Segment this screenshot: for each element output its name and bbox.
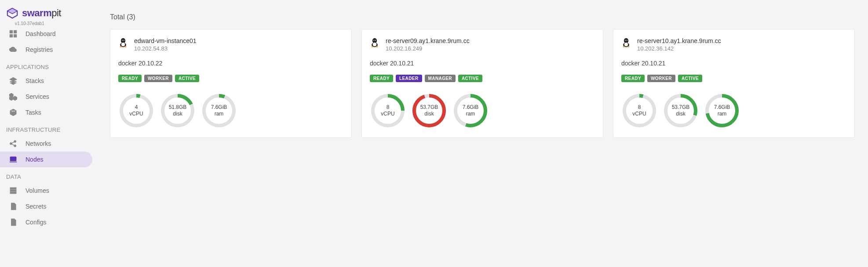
svg-rect-9 bbox=[10, 157, 16, 161]
sidebar-item-stacks[interactable]: Stacks bbox=[0, 73, 92, 89]
gauge-vCPU: 4vCPU bbox=[118, 93, 154, 129]
sidebar-item-volumes[interactable]: Volumes bbox=[0, 183, 92, 198]
sidebar-item-label: Networks bbox=[26, 140, 51, 147]
svg-point-14 bbox=[13, 223, 14, 224]
gauge-value: 7.6GiB bbox=[463, 104, 479, 111]
sidebar-item-secrets[interactable]: Secrets bbox=[0, 198, 92, 214]
svg-point-17 bbox=[121, 43, 125, 47]
sidebar-item-label: Registries bbox=[26, 46, 53, 53]
badge-active: ACTIVE bbox=[175, 75, 199, 82]
node-card[interactable]: re-server09.ay1.krane.9rum.cc 10.202.16.… bbox=[361, 29, 603, 138]
gauge-unit: vCPU bbox=[632, 111, 646, 117]
svg-point-52 bbox=[623, 46, 625, 47]
grid-icon bbox=[9, 29, 18, 38]
node-card[interactable]: re-server10.ay1.krane.9rum.cc 10.202.36.… bbox=[613, 29, 855, 138]
badge-active: ACTIVE bbox=[678, 75, 702, 82]
svg-point-45 bbox=[624, 38, 628, 43]
badges: READYLEADERMANAGERACTIVE bbox=[370, 75, 595, 82]
linux-icon bbox=[118, 37, 128, 48]
sidebar-item-configs[interactable]: Configs bbox=[0, 214, 92, 230]
gauge-value: 51.8GB bbox=[169, 104, 187, 111]
sidebar-item-nodes[interactable]: Nodes bbox=[0, 152, 92, 167]
sidebar-item-registries[interactable]: Registries bbox=[0, 42, 92, 58]
svg-point-21 bbox=[124, 40, 124, 40]
sidebar-item-label: Volumes bbox=[26, 187, 49, 194]
sidebar-item-label: Configs bbox=[26, 219, 46, 226]
gauge-value: 8 bbox=[381, 104, 394, 111]
linux-icon bbox=[621, 37, 631, 48]
svg-marker-1 bbox=[7, 8, 17, 14]
gauge-value: 8 bbox=[632, 104, 646, 111]
cloud-icon bbox=[9, 45, 18, 54]
badge-manager: MANAGER bbox=[425, 75, 456, 82]
app-version: v1.10-37edab1 bbox=[15, 21, 97, 26]
node-ip: 10.202.36.142 bbox=[637, 45, 721, 52]
svg-rect-12 bbox=[10, 192, 16, 193]
sidebar-item-label: Dashboard bbox=[26, 30, 56, 37]
gauge-vCPU: 8vCPU bbox=[621, 93, 657, 129]
gauge-disk: 53.7GBdisk bbox=[663, 93, 699, 129]
section-title: INFRASTRUCTURE bbox=[0, 120, 97, 136]
svg-point-37 bbox=[371, 46, 373, 47]
svg-point-35 bbox=[374, 40, 374, 40]
gauge-value: 4 bbox=[129, 104, 143, 111]
gauges: 8vCPU 53.7GBdisk 7.6GiBram bbox=[621, 93, 846, 129]
svg-rect-4 bbox=[10, 35, 13, 37]
svg-point-50 bbox=[625, 40, 626, 40]
gauges: 8vCPU 53.7GBdisk 7.6GiBram bbox=[370, 93, 595, 129]
gauge-unit: ram bbox=[211, 111, 227, 117]
badge-ready: READY bbox=[370, 75, 393, 82]
badges: READYWORKERACTIVE bbox=[118, 75, 343, 82]
svg-point-22 bbox=[120, 46, 122, 47]
gauge-unit: disk bbox=[672, 111, 690, 117]
svg-point-30 bbox=[372, 38, 377, 43]
svg-rect-10 bbox=[10, 188, 16, 189]
gauge-vCPU: 8vCPU bbox=[370, 93, 406, 129]
linux-icon bbox=[370, 37, 379, 48]
cube-icon bbox=[9, 108, 18, 117]
section-title: DATA bbox=[0, 167, 97, 183]
node-name: re-server10.ay1.krane.9rum.cc bbox=[637, 37, 721, 44]
sidebar-item-dashboard[interactable]: Dashboard bbox=[0, 26, 92, 42]
badge-worker: WORKER bbox=[647, 75, 675, 82]
sidebar-item-tasks[interactable]: Tasks bbox=[0, 105, 92, 120]
total-count: Total (3) bbox=[110, 13, 855, 21]
gauges: 4vCPU 51.8GBdisk 7.6GiBram bbox=[118, 93, 343, 129]
cubes-icon bbox=[9, 92, 18, 101]
svg-point-38 bbox=[376, 46, 378, 47]
svg-point-15 bbox=[121, 38, 125, 43]
logo-text: swarmpit bbox=[22, 8, 61, 18]
storage-icon bbox=[9, 186, 18, 195]
gauge-unit: vCPU bbox=[381, 111, 394, 117]
svg-rect-2 bbox=[10, 31, 13, 33]
sidebar-item-label: Secrets bbox=[26, 203, 46, 210]
sidebar-item-label: Stacks bbox=[26, 77, 44, 84]
gauge-value: 7.6GiB bbox=[714, 104, 730, 111]
logo[interactable]: swarmpit bbox=[0, 5, 97, 22]
main-content: Total (3) edward-vm-instance01 10.202.54… bbox=[97, 0, 868, 267]
gauge-unit: disk bbox=[169, 111, 187, 117]
sidebar-item-label: Nodes bbox=[26, 156, 43, 163]
gauge-ram: 7.6GiBram bbox=[201, 93, 237, 129]
gauge-disk: 53.7GBdisk bbox=[411, 93, 447, 129]
badge-worker: WORKER bbox=[144, 75, 172, 82]
gauge-value: 53.7GB bbox=[672, 104, 690, 111]
section-title: APPLICATIONS bbox=[0, 58, 97, 73]
badge-ready: READY bbox=[118, 75, 142, 82]
node-ip: 10.202.16.249 bbox=[386, 45, 470, 52]
file-gear-icon bbox=[9, 218, 18, 227]
svg-rect-11 bbox=[10, 190, 16, 191]
node-name: re-server09.ay1.krane.9rum.cc bbox=[386, 37, 470, 44]
gauge-disk: 51.8GBdisk bbox=[160, 93, 196, 129]
node-card[interactable]: edward-vm-instance01 10.202.54.83 docker… bbox=[110, 29, 352, 138]
sidebar-item-services[interactable]: Services bbox=[0, 89, 92, 105]
svg-point-36 bbox=[375, 40, 376, 40]
docker-version: docker 20.10.21 bbox=[621, 60, 846, 67]
sidebar: swarmpit v1.10-37edab1 DashboardRegistri… bbox=[0, 0, 97, 267]
badge-active: ACTIVE bbox=[458, 75, 482, 82]
gauge-unit: ram bbox=[714, 111, 730, 117]
sidebar-item-networks[interactable]: Networks bbox=[0, 136, 92, 152]
svg-point-32 bbox=[373, 43, 377, 47]
node-ip: 10.202.54.83 bbox=[134, 45, 197, 52]
layers-icon bbox=[9, 76, 18, 85]
